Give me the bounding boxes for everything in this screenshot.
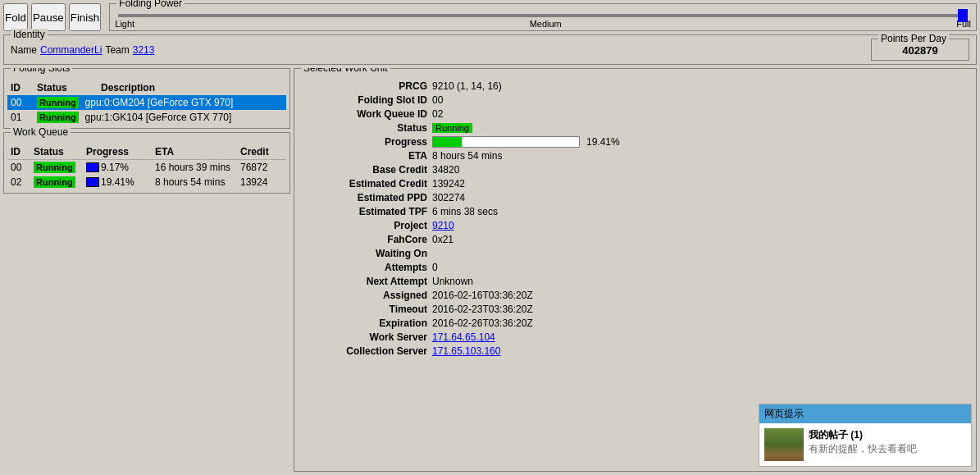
- slider-label-light: Light: [115, 19, 134, 29]
- timeout-value: 2016-02-23T03:36:20Z: [432, 304, 969, 315]
- finish-button[interactable]: Finish: [69, 3, 102, 31]
- slot-row-1[interactable]: 01 Running gpu:1:GK104 [GeForce GTX 770]: [7, 110, 286, 125]
- queue-row-1-id: 02: [11, 176, 30, 188]
- collection-server-value: 171.65.103.160: [432, 345, 969, 357]
- folding-slots-section: Folding Slots ID Status Description 00 R…: [3, 68, 290, 129]
- project-link[interactable]: 9210: [432, 220, 454, 231]
- slots-header: ID Status Description: [7, 80, 286, 95]
- estimated-ppd-label: Estimated PPD: [301, 192, 432, 203]
- next-attempt-label: Next Attempt: [301, 276, 432, 287]
- notification-header: 网页提示: [759, 404, 971, 423]
- prcg-value: 9210 (1, 14, 16): [432, 80, 969, 92]
- queue-row-0[interactable]: 00 Running 9.17% 16 hours 39 mins 76872: [7, 160, 286, 175]
- work-queue-id-label: Work Queue ID: [301, 108, 432, 120]
- queue-row-0-eta: 16 hours 39 mins: [155, 162, 237, 173]
- name-value[interactable]: CommanderLi: [40, 44, 102, 56]
- slot-desc-0: gpu:0:GM204 [GeForce GTX 970]: [85, 97, 283, 108]
- collection-server-label: Collection Server: [301, 345, 432, 357]
- attempts-label: Attempts: [301, 262, 432, 273]
- slots-col-id: ID: [11, 82, 30, 94]
- name-label: Name: [11, 44, 37, 56]
- queue-header: ID Status Progress ETA Credit: [7, 144, 286, 160]
- notification-popup[interactable]: 网页提示 我的帖子 (1) 有新的提醒，快去看看吧: [759, 404, 972, 467]
- estimated-tpf-label: Estimated TPF: [301, 206, 432, 217]
- wu-progress-text: 19.41%: [586, 136, 620, 148]
- estimated-tpf-value: 6 mins 38 secs: [432, 206, 969, 217]
- queue-row-1-status: Running: [34, 176, 83, 188]
- team-value[interactable]: 3213: [133, 44, 155, 56]
- queue-row-0-status: Running: [34, 162, 83, 173]
- queue-row-1-eta: 8 hours 54 mins: [155, 176, 237, 188]
- fahcore-value: 0x21: [432, 234, 969, 245]
- work-server-value: 171.64.65.104: [432, 331, 969, 343]
- queue-row-0-progress: 9.17%: [86, 162, 152, 173]
- base-credit-label: Base Credit: [301, 164, 432, 176]
- estimated-ppd-value: 302274: [432, 192, 969, 203]
- work-queue-label: Work Queue: [11, 126, 71, 138]
- wu-grid: PRCG 9210 (1, 14, 16) Folding Slot ID 00…: [301, 80, 969, 357]
- points-per-day-label: Points Per Day: [878, 33, 949, 44]
- work-server-link[interactable]: 171.64.65.104: [432, 331, 495, 343]
- points-per-day-value: 402879: [878, 44, 962, 57]
- identity-content: Name CommanderLi Team 3213: [11, 44, 154, 56]
- wu-status-badge: Running: [432, 123, 472, 133]
- wu-progress-bar-outer: [432, 136, 580, 148]
- waiting-on-label: Waiting On: [301, 248, 432, 259]
- team-label: Team: [105, 44, 129, 56]
- work-unit-label: Selected Work Unit: [301, 68, 390, 74]
- queue-row-1-progress-bar: [86, 177, 99, 187]
- wu-status-label: Status: [301, 122, 432, 134]
- slot-id-0: 00: [11, 97, 30, 108]
- slider-label-medium: Medium: [530, 19, 562, 29]
- timeout-label: Timeout: [301, 304, 432, 315]
- prcg-label: PRCG: [301, 80, 432, 92]
- queue-row-1[interactable]: 02 Running 19.41% 8 hours 54 mins 13924: [7, 175, 286, 190]
- queue-row-0-progress-bar: [86, 162, 99, 172]
- queue-row-1-progress: 19.41%: [86, 176, 152, 188]
- work-queue-section: Work Queue ID Status Progress ETA Credit…: [3, 132, 290, 194]
- project-label: Project: [301, 220, 432, 231]
- queue-row-0-credit: 76872: [240, 162, 283, 173]
- queue-col-eta: ETA: [155, 146, 237, 158]
- slider-track[interactable]: [118, 14, 968, 17]
- next-attempt-value: Unknown: [432, 276, 969, 287]
- pause-button[interactable]: Pause: [31, 3, 66, 31]
- slot-row-0[interactable]: 00 Running gpu:0:GM204 [GeForce GTX 970]: [7, 95, 286, 110]
- notification-text: 我的帖子 (1) 有新的提醒，快去看看吧: [809, 428, 917, 461]
- waiting-on-value: [432, 248, 969, 259]
- work-queue-id-value: 02: [432, 108, 969, 120]
- queue-col-credit: Credit: [240, 146, 283, 158]
- expiration-label: Expiration: [301, 317, 432, 329]
- slot-desc-1: gpu:1:GK104 [GeForce GTX 770]: [85, 112, 283, 123]
- project-value: 9210: [432, 220, 969, 231]
- folding-power-label: Folding Power: [116, 0, 185, 9]
- folding-slot-id-value: 00: [432, 94, 969, 106]
- queue-row-0-id: 00: [11, 162, 30, 173]
- assigned-value: 2016-02-16T03:36:20Z: [432, 290, 969, 301]
- notification-image: [764, 428, 804, 461]
- collection-server-link[interactable]: 171.65.103.160: [432, 345, 500, 357]
- folding-slot-id-label: Folding Slot ID: [301, 94, 432, 106]
- fahcore-label: FahCore: [301, 234, 432, 245]
- eta-label: ETA: [301, 150, 432, 162]
- identity-section: Identity Name CommanderLi Team 3213 Poin…: [3, 34, 977, 65]
- wu-progress-bar-inner: [433, 137, 462, 147]
- notification-title: 我的帖子 (1): [809, 428, 917, 442]
- queue-col-status: Status: [34, 146, 83, 158]
- slot-id-1: 01: [11, 112, 30, 123]
- expiration-value: 2016-02-26T03:36:20Z: [432, 317, 969, 329]
- wu-progress-value: 19.41%: [432, 136, 969, 148]
- queue-col-id: ID: [11, 146, 30, 158]
- wu-status-value: Running: [432, 122, 969, 134]
- slots-col-desc: Description: [101, 82, 283, 94]
- points-per-day-section: Points Per Day 402879: [871, 39, 969, 61]
- estimated-credit-value: 139242: [432, 178, 969, 190]
- assigned-label: Assigned: [301, 290, 432, 301]
- slot-status-1: Running: [37, 112, 79, 123]
- wu-progress-label: Progress: [301, 136, 432, 148]
- queue-row-1-credit: 13924: [240, 176, 283, 188]
- base-credit-value: 34820: [432, 164, 969, 176]
- identity-label: Identity: [11, 29, 48, 40]
- folding-power-section: Folding Power Light Medium Full: [109, 3, 977, 31]
- fold-button[interactable]: Fold: [3, 3, 28, 31]
